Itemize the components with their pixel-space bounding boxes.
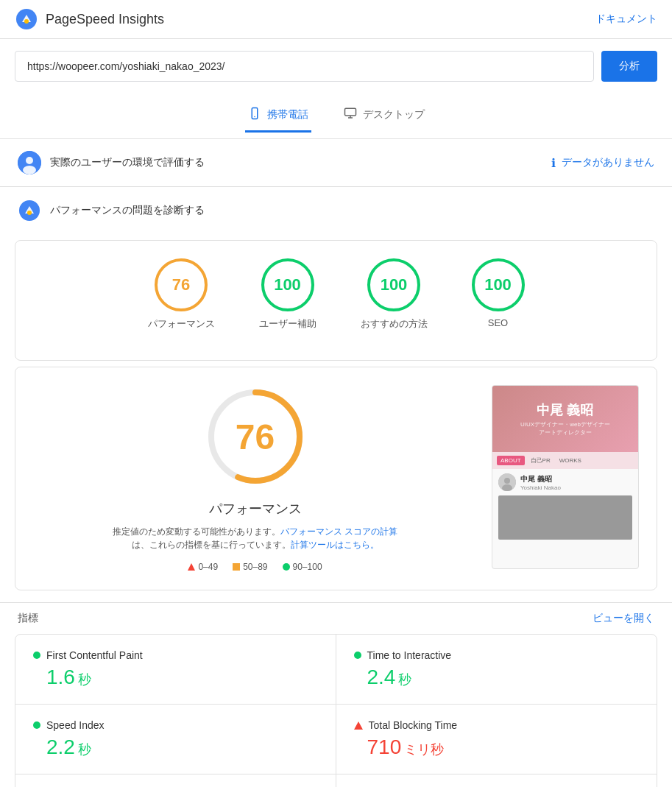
score-label-accessibility: ユーザー補助	[259, 317, 316, 331]
si-value-row: 2.2秒	[46, 735, 318, 759]
svg-point-1	[24, 19, 29, 24]
tab-desktop-label: デスクトップ	[363, 108, 425, 121]
perf-desc: 推定値のため変動する可能性があります。パフォーマンス スコアの計算 は、これらの…	[33, 525, 477, 551]
metric-cell-cls: Cumulative Layout Shift 0	[336, 774, 657, 787]
preview-profile-info: 中尾 義昭 Yoshiaki Nakao	[520, 474, 561, 491]
desktop-icon	[344, 107, 357, 123]
svg-point-9	[23, 166, 36, 174]
score-card-best-practices[interactable]: 100 おすすめの方法	[361, 258, 428, 331]
perf-left: 76 パフォーマンス 推定値のため変動する可能性があります。パフォーマンス スコ…	[33, 385, 477, 572]
fcp-value-row: 1.6秒	[46, 666, 318, 689]
score-card-seo[interactable]: 100 SEO	[472, 258, 525, 331]
score-label-performance: パフォーマンス	[148, 317, 215, 331]
metric-cell-lcp: Largest Contentful Paint 3.0秒	[15, 774, 336, 787]
metric-cell-si: Speed Index 2.2秒	[15, 705, 336, 774]
info-icon: ℹ	[551, 156, 556, 170]
diagnose-icon	[18, 199, 41, 222]
website-preview: 中尾 義昭 UIUXデザイナー・webデザイナーアートディレクター ABOUT …	[492, 385, 639, 569]
real-user-section: 実際のユーザーの環境で評価する ℹ データがありません	[0, 139, 672, 187]
metric-top-si: Speed Index	[33, 719, 318, 731]
view-link[interactable]: ビューを開く	[593, 612, 654, 625]
no-data-label: データがありません	[562, 156, 654, 169]
preview-avatar	[498, 473, 516, 491]
si-name: Speed Index	[46, 719, 105, 731]
user-avatar-icon	[18, 151, 41, 174]
main-section: 76 パフォーマンス 推定値のため変動する可能性があります。パフォーマンス スコ…	[15, 367, 657, 590]
url-bar-section: 分析	[0, 39, 672, 93]
url-input[interactable]	[15, 51, 594, 82]
svg-point-8	[26, 157, 33, 164]
legend-green-range: 90–100	[293, 562, 322, 572]
preview-pr-btn: 自己PR	[528, 455, 553, 466]
preview-nav: ABOUT 自己PR WORKS	[492, 452, 638, 469]
metric-cell-tbt: Total Blocking Time 710ミリ秒	[336, 705, 657, 774]
mobile-icon	[248, 107, 261, 123]
score-circle-seo: 100	[472, 258, 525, 311]
score-label-best-practices: おすすめの方法	[361, 317, 428, 331]
metrics-grid: First Contentful Paint 1.6秒 Time to Inte…	[15, 634, 657, 787]
calc-tool-link[interactable]: 計算ツールはこちら。	[291, 540, 379, 550]
diagnose-label: パフォーマンスの問題を診断する	[50, 204, 205, 217]
metric-cell-tti: Time to Interactive 2.4秒	[336, 635, 657, 705]
big-score-value: 76	[236, 417, 275, 457]
legend-item-red: 0–49	[188, 562, 218, 572]
score-circles-row: 76 パフォーマンス 100 ユーザー補助 100 おすすめの方法 100 SE…	[33, 258, 639, 331]
tab-mobile[interactable]: 携帯電話	[245, 99, 311, 133]
metric-top-fcp: First Contentful Paint	[33, 649, 318, 661]
legend-orange-range: 50–89	[243, 562, 267, 572]
preview-profile-row: 中尾 義昭 Yoshiaki Nakao	[492, 469, 638, 495]
fcp-status-icon	[33, 652, 40, 659]
tti-name: Time to Interactive	[367, 649, 452, 661]
preview-name-block: 中尾 義昭 UIUXデザイナー・webデザイナーアートディレクター	[520, 401, 610, 437]
tbt-name: Total Blocking Time	[369, 719, 458, 731]
metrics-label: 指標	[18, 612, 38, 625]
tti-value-row: 2.4秒	[367, 666, 640, 689]
score-circle-best-practices: 100	[367, 258, 420, 311]
perf-score-link[interactable]: パフォーマンス スコアの計算	[280, 526, 397, 537]
preview-subtitle: UIUXデザイナー・webデザイナーアートディレクター	[520, 420, 610, 437]
tbt-status-icon	[354, 721, 363, 730]
analyze-button[interactable]: 分析	[601, 51, 657, 82]
preview-about-btn: ABOUT	[497, 456, 525, 465]
score-cards-container: 76 パフォーマンス 100 ユーザー補助 100 おすすめの方法 100 SE…	[15, 240, 657, 361]
header-left: PageSpeed Insights	[15, 7, 164, 31]
preview-header-bar: 中尾 義昭 UIUXデザイナー・webデザイナーアートディレクター	[492, 386, 638, 452]
legend-item-green: 90–100	[283, 562, 322, 572]
score-card-accessibility[interactable]: 100 ユーザー補助	[259, 258, 316, 331]
metric-top-tbt: Total Blocking Time	[354, 719, 640, 731]
legend-square-icon	[233, 563, 240, 571]
preview-photo	[498, 495, 632, 540]
metric-top-tti: Time to Interactive	[354, 649, 640, 661]
real-user-label: 実際のユーザーの環境で評価する	[50, 156, 205, 169]
metric-cell-fcp: First Contentful Paint 1.6秒	[15, 635, 336, 705]
real-user-left: 実際のユーザーの環境で評価する	[18, 151, 205, 174]
svg-rect-4	[344, 108, 356, 116]
tti-status-icon	[354, 652, 361, 659]
score-circle-performance: 76	[155, 258, 208, 311]
preview-works-btn: WORKS	[556, 456, 584, 465]
legend-item-orange: 50–89	[233, 562, 267, 572]
preview-profile-name: 中尾 義昭	[520, 474, 561, 484]
legend-triangle-icon	[188, 563, 195, 571]
legend-row: 0–49 50–89 90–100	[33, 562, 477, 572]
app-title: PageSpeed Insights	[46, 12, 164, 27]
score-circle-accessibility: 100	[261, 258, 314, 311]
perf-title: パフォーマンス	[33, 500, 477, 518]
tbt-value-row: 710ミリ秒	[367, 735, 640, 759]
big-score-wrapper: 76	[33, 385, 477, 488]
score-card-performance[interactable]: 76 パフォーマンス	[148, 258, 215, 331]
svg-point-11	[27, 211, 32, 215]
real-user-right: ℹ データがありません	[551, 156, 654, 170]
tab-mobile-label: 携帯電話	[267, 108, 308, 121]
legend-dot-icon	[283, 563, 290, 571]
tabs-container: 携帯電話 デスクトップ	[0, 93, 672, 139]
doc-link[interactable]: ドキュメント	[595, 13, 657, 26]
si-status-icon	[33, 721, 40, 729]
legend-red-range: 0–49	[198, 562, 218, 572]
pagespeed-logo-icon	[15, 7, 38, 31]
tab-desktop[interactable]: デスクトップ	[341, 99, 428, 133]
preview-name-text: 中尾 義昭	[520, 401, 610, 419]
header: PageSpeed Insights ドキュメント	[0, 0, 672, 39]
svg-point-15	[504, 478, 510, 484]
fcp-name: First Contentful Paint	[46, 649, 143, 661]
